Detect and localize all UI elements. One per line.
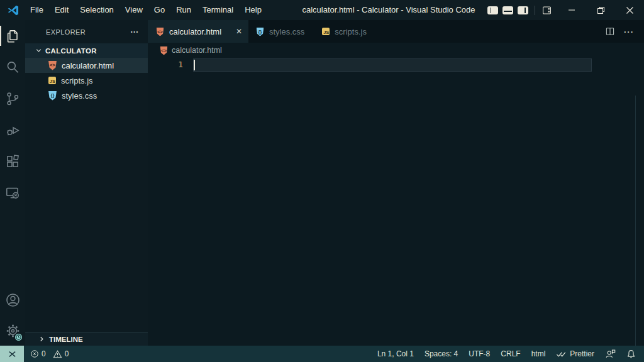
file-item-calculator-html[interactable]: <> calculator.html [25,58,148,73]
indentation-status[interactable]: Spaces: 4 [425,349,458,358]
sidebar-item-accounts[interactable] [0,284,25,315]
divider [535,6,535,15]
sidebar-item-extensions[interactable] [0,146,25,177]
error-count: 0 [42,349,46,358]
chevron-down-icon [35,47,42,54]
eol-status[interactable]: CRLF [501,349,520,358]
menu-run[interactable]: Run [170,0,197,20]
code-editor[interactable]: 1 [148,58,644,346]
run-debug-icon [4,122,21,138]
formatter-status[interactable]: Prettier [556,349,594,358]
activity-bar [0,20,25,346]
menu-terminal[interactable]: Terminal [197,0,239,20]
encoding-status[interactable]: UTF-8 [469,349,490,358]
css-file-icon: {} [257,27,264,36]
minimap-border [635,96,636,346]
editor-group: <> calculator.html ✕ {} styles.css JS sc… [148,20,644,346]
html-file-icon: <> [157,27,164,36]
file-item-label: scripts.js [61,76,93,85]
remote-indicator[interactable] [0,346,24,362]
explorer-more-actions-icon[interactable]: ⋯ [130,27,139,36]
file-item-label: calculator.html [62,61,114,70]
breadcrumb-item: calculator.html [172,46,222,55]
explorer-sidebar: EXPLORER ⋯ CALCULATOR <> calculator.html… [25,20,148,346]
timeline-section[interactable]: TIMELINE [25,332,148,346]
feedback-icon[interactable] [605,349,616,359]
status-bar-right: Ln 1, Col 1 Spaces: 4 UTF-8 CRLF html Pr… [377,349,644,359]
tab-label: scripts.js [335,27,367,36]
js-file-icon: JS [48,77,56,84]
extensions-icon [4,153,21,170]
clock-badge-icon [14,332,23,342]
customize-layout-icon[interactable] [541,5,552,16]
menu-view[interactable]: View [119,0,148,20]
explorer-title: EXPLORER [46,28,86,36]
tab-calculator-html[interactable]: <> calculator.html ✕ [148,20,248,43]
menu-go[interactable]: Go [148,0,170,20]
toggle-primary-sidebar-icon[interactable] [487,6,498,14]
remote-explorer-icon [4,185,21,201]
toggle-secondary-sidebar-icon[interactable] [518,6,528,14]
sidebar-item-remote-explorer[interactable] [0,177,25,209]
tab-label: styles.css [269,27,304,36]
menu-bar: File Edit Selection View Go Run Terminal… [25,0,267,20]
menu-edit[interactable]: Edit [49,0,74,20]
menu-selection[interactable]: Selection [74,0,119,20]
css-file-icon: {} [48,91,57,101]
close-icon[interactable] [615,0,644,20]
window-title: calculator.html - Calculator - Visual St… [257,0,521,20]
tab-scripts-js[interactable]: JS scripts.js [312,20,383,43]
vscode-logo-icon [7,4,19,16]
tab-bar-actions: ··· [605,20,644,43]
accounts-icon [4,292,21,309]
double-check-icon [556,350,567,358]
notifications-bell-icon[interactable] [626,349,636,359]
error-icon [30,349,39,358]
warning-icon [53,349,62,359]
text-cursor [194,60,195,70]
js-file-icon: JS [322,28,330,35]
editor-more-actions-icon[interactable]: ··· [624,27,634,36]
source-control-icon [4,90,21,107]
sidebar-item-run-debug[interactable] [0,114,25,146]
line-number: 1 [167,60,183,69]
activity-bar-bottom [0,284,25,346]
current-line-highlight [193,58,592,72]
file-item-scripts-js[interactable]: JS scripts.js [25,73,148,88]
breadcrumb[interactable]: <> calculator.html [148,43,644,58]
sidebar-item-source-control[interactable] [0,83,25,114]
sidebar-item-search[interactable] [0,52,25,83]
timeline-label: TIMELINE [49,336,83,343]
status-bar: 0 0 Ln 1, Col 1 Spaces: 4 UTF-8 CRLF htm… [0,346,644,362]
minimize-icon[interactable] [557,0,586,20]
problems-status[interactable]: 0 0 [30,349,69,359]
sidebar-item-settings[interactable] [0,315,25,346]
chevron-right-icon [38,336,45,343]
folder-section-label: CALCULATOR [45,47,97,55]
file-item-label: styles.css [62,91,97,101]
file-item-styles-css[interactable]: {} styles.css [25,88,148,103]
tab-bar: <> calculator.html ✕ {} styles.css JS sc… [148,20,644,43]
cursor-position-status[interactable]: Ln 1, Col 1 [377,349,414,358]
explorer-header: EXPLORER ⋯ [25,20,148,43]
warning-count: 0 [65,349,69,358]
formatter-label: Prettier [570,349,594,358]
explorer-files-icon [4,28,21,44]
folder-section-calculator[interactable]: CALCULATOR [25,43,148,58]
html-file-icon: <> [48,61,57,70]
remote-icon [7,349,18,359]
language-mode-status[interactable]: html [531,349,546,358]
split-editor-icon[interactable] [605,26,615,36]
sidebar-item-explorer[interactable] [0,20,25,52]
window-controls [557,0,644,20]
title-bar: File Edit Selection View Go Run Terminal… [0,0,644,20]
layout-controls [487,0,552,20]
toggle-panel-icon[interactable] [502,6,513,14]
search-icon [4,59,21,75]
html-file-icon: <> [160,46,168,55]
tab-label: calculator.html [169,27,221,36]
tab-styles-css[interactable]: {} styles.css [248,20,312,43]
close-tab-icon[interactable]: ✕ [236,27,242,36]
restore-icon[interactable] [586,0,615,20]
menu-file[interactable]: File [25,0,49,20]
